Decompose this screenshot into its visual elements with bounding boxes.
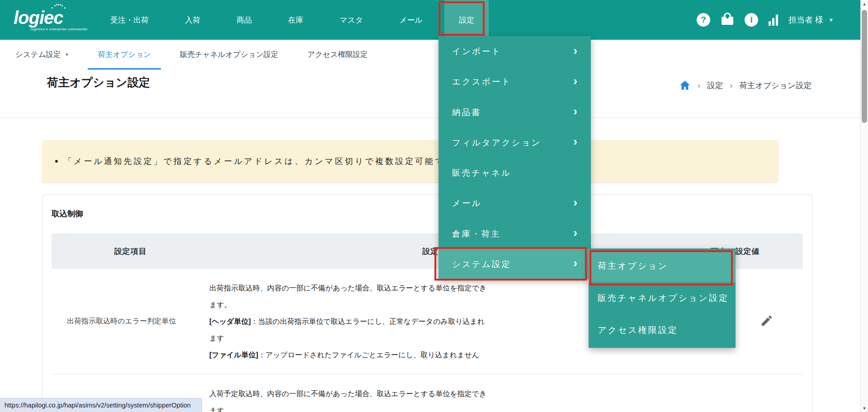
menu-item-エクスポート[interactable]: エクスポート› bbox=[439, 66, 591, 97]
user-menu[interactable]: 担当者 様 ▼ bbox=[788, 14, 834, 25]
description-line: [ファイル単位]：アップロードされたファイルごとエラーにし、取り込まれません bbox=[209, 346, 668, 363]
breadcrumb-item[interactable]: 設定 bbox=[707, 80, 723, 91]
help-icon[interactable]: ? bbox=[697, 13, 710, 27]
bag-body bbox=[722, 17, 733, 25]
tab-荷主オプション[interactable]: 荷主オプション bbox=[88, 40, 160, 70]
nav-item-商品[interactable]: 商品 bbox=[236, 0, 252, 40]
cell-setting-description: 入荷予定取込時、内容の一部に不備があった場合、取込エラーとする単位を指定できます… bbox=[209, 385, 668, 412]
menu-item-納品書[interactable]: 納品書› bbox=[439, 97, 591, 127]
chevron-right-icon: › bbox=[573, 75, 577, 87]
tab-システム設定[interactable]: システム設定▼ bbox=[5, 40, 79, 70]
user-name: 担当者 様 bbox=[788, 14, 823, 25]
menu-item-label: メール bbox=[452, 197, 481, 209]
logo[interactable]: logiec logistics e enterprise commander bbox=[14, 0, 90, 40]
navbar-right: ? i 担当者 様 ▼ bbox=[697, 0, 834, 40]
menu-item-label: 販売チャネル bbox=[452, 167, 511, 178]
vertical-scrollbar[interactable]: ▲ ▼ bbox=[860, 0, 868, 412]
tab-label: 販売チャネルオプション設定 bbox=[180, 50, 278, 60]
menu-item-販売チャネル[interactable]: 販売チャネル bbox=[439, 158, 591, 188]
logo-text: logiec bbox=[14, 9, 90, 26]
bag-icon[interactable] bbox=[721, 13, 734, 27]
description-line: ます。 bbox=[209, 402, 668, 412]
cell-current-value bbox=[668, 385, 803, 412]
header-setting-item: 設定項目 bbox=[52, 246, 209, 257]
scroll-down-icon[interactable]: ▼ bbox=[861, 404, 868, 412]
tab-label: アクセス権限設定 bbox=[307, 50, 368, 60]
tab-販売チャネルオプション設定[interactable]: 販売チャネルオプション設定 bbox=[170, 40, 288, 70]
logo-tagline: logistics e enterprise commander bbox=[14, 27, 90, 31]
notice-banner: • 「メール通知先設定」で指定するメールアドレスは、カンマ区切りで複数設定可能で… bbox=[42, 140, 778, 183]
status-url-text: https://hapilogi.co.jp/hapi/asims/v2/set… bbox=[5, 402, 191, 409]
menu-item-label: エクスポート bbox=[452, 76, 511, 87]
tab-アクセス権限設定[interactable]: アクセス権限設定 bbox=[297, 40, 378, 70]
tab-label: 荷主オプション bbox=[98, 50, 151, 60]
tab-label: システム設定 bbox=[15, 50, 61, 60]
status-url-bar: https://hapilogi.co.jp/hapi/asims/v2/set… bbox=[0, 398, 202, 412]
scrollbar-thumb[interactable] bbox=[862, 10, 867, 123]
notice-bullet: • bbox=[55, 155, 58, 167]
chevron-right-icon: › bbox=[573, 257, 577, 269]
chevron-right-icon: › bbox=[573, 136, 577, 147]
notice-text: 「メール通知先設定」で指定するメールアドレスは、カンマ区切りで複数設定可能です。 bbox=[64, 156, 465, 167]
edit-pencil-icon[interactable] bbox=[760, 314, 774, 329]
menu-item-label: インポート bbox=[452, 46, 501, 57]
chevron-right-icon: › bbox=[573, 197, 577, 208]
menu-item-倉庫・荷主[interactable]: 倉庫・荷主› bbox=[439, 219, 591, 249]
secondary-nav: システム設定▼荷主オプション販売チャネルオプション設定アクセス権限設定 bbox=[0, 40, 868, 70]
nav-item-受注・出荷[interactable]: 受注・出荷 bbox=[110, 0, 149, 40]
section-title: 取込制御 bbox=[52, 208, 812, 219]
submenu-item-販売チャネルオプション設定[interactable]: 販売チャネルオプション設定 bbox=[589, 282, 736, 314]
chevron-right-icon: › bbox=[573, 105, 577, 117]
submenu-item-アクセス権限設定[interactable]: アクセス権限設定 bbox=[589, 314, 736, 346]
chevron-right-icon: › bbox=[573, 45, 577, 56]
breadcrumb-separator: › bbox=[698, 80, 700, 90]
settings-dropdown-menu: インポート›エクスポート›納品書›フィルタアクション›販売チャネルメール›倉庫・… bbox=[439, 36, 591, 279]
system-settings-submenu: 荷主オプション販売チャネルオプション設定アクセス権限設定 bbox=[589, 248, 736, 348]
breadcrumb-separator: › bbox=[730, 80, 732, 90]
submenu-item-荷主オプション[interactable]: 荷主オプション bbox=[589, 250, 736, 282]
cell-setting-item: 出荷指示取込時のエラー判定単位 bbox=[52, 280, 209, 363]
nav-item-メール[interactable]: メール bbox=[399, 0, 423, 40]
info-icon[interactable]: i bbox=[745, 13, 758, 27]
logo-sunburst-icon bbox=[58, 4, 59, 5]
breadcrumb-item[interactable]: 荷主オプション設定 bbox=[739, 80, 811, 91]
menu-item-インポート[interactable]: インポート› bbox=[439, 36, 591, 66]
nav-item-マスタ[interactable]: マスタ bbox=[340, 0, 363, 40]
top-navbar: logiec logistics e enterprise commander … bbox=[0, 0, 868, 40]
chevron-down-icon: ▼ bbox=[65, 52, 69, 57]
menu-item-label: フィルタアクション bbox=[452, 137, 541, 148]
menu-item-label: 倉庫・荷主 bbox=[452, 228, 501, 239]
nav-item-入荷[interactable]: 入荷 bbox=[185, 0, 200, 40]
chevron-down-icon: ▼ bbox=[829, 18, 834, 23]
nav-item-在庫[interactable]: 在庫 bbox=[288, 0, 303, 40]
menu-item-label: 納品書 bbox=[452, 107, 481, 118]
menu-item-フィルタアクション[interactable]: フィルタアクション› bbox=[439, 127, 591, 158]
description-line: 入荷予定取込時、内容の一部に不備があった場合、取込エラーとする単位を指定でき bbox=[209, 385, 668, 402]
breadcrumb: ›設定›荷主オプション設定 bbox=[679, 80, 811, 91]
chevron-right-icon: › bbox=[573, 227, 577, 239]
nav-item-設定[interactable]: 設定 bbox=[444, 0, 489, 40]
page-title: 荷主オプション設定 bbox=[47, 75, 150, 90]
menu-item-メール[interactable]: メール› bbox=[439, 188, 591, 218]
main-nav: 受注・出荷入荷商品在庫マスタメール設定 bbox=[110, 0, 474, 40]
stats-icon[interactable] bbox=[769, 14, 778, 26]
page-divider bbox=[0, 117, 868, 118]
home-icon[interactable] bbox=[679, 80, 691, 91]
menu-item-システム設定[interactable]: システム設定› bbox=[439, 249, 591, 279]
scroll-up-icon[interactable]: ▲ bbox=[861, 0, 868, 8]
menu-item-label: システム設定 bbox=[452, 258, 511, 270]
